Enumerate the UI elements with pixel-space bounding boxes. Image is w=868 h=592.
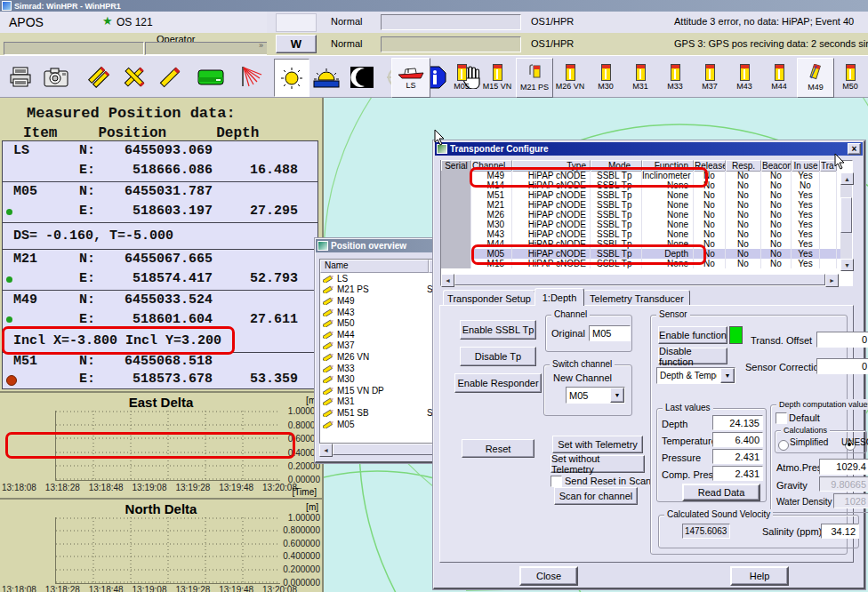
sensor-correction-field[interactable]: 0 <box>816 358 868 374</box>
overview-item-label: M50 <box>337 318 354 328</box>
dialog-titlebar[interactable]: Transponder Configure × <box>435 142 863 156</box>
watch-indicator-button[interactable]: W <box>276 35 317 53</box>
edit-multi-button[interactable] <box>82 59 116 95</box>
pencil-icon <box>323 387 334 395</box>
y-tick: 0.20000 <box>277 461 320 471</box>
storage-button[interactable] <box>194 59 228 95</box>
tp-button-ls[interactable]: LS <box>391 58 430 98</box>
operator-field-right[interactable]: » <box>145 42 268 55</box>
alarm-indicator-box[interactable] <box>276 13 317 32</box>
measured-row-m49[interactable]: M49N:6455033.524 E:518601.60427.611 <box>3 291 317 330</box>
day-mode-button[interactable] <box>274 59 309 97</box>
tp-button-m37[interactable]: M37 <box>693 58 727 96</box>
scroll-left-icon[interactable]: ◄ <box>319 444 333 457</box>
scroll-thumb[interactable] <box>840 197 852 233</box>
tp-button-m30[interactable]: M30 <box>589 58 623 96</box>
tab-depth[interactable]: 1:Depth <box>534 288 584 306</box>
tp-button-m50[interactable]: M50 <box>834 58 866 96</box>
close-x-button[interactable]: × <box>848 143 861 155</box>
table-h-scrollbar[interactable]: ◄ ► <box>441 274 839 285</box>
axis-label: N: <box>79 141 106 161</box>
atmo-press-field[interactable]: 1029.4 <box>819 459 868 475</box>
beams-button[interactable] <box>233 59 267 95</box>
scroll-up-icon[interactable]: ▲ <box>840 172 854 185</box>
tp-button-m44[interactable]: M44 <box>762 58 796 96</box>
measured-row-m51[interactable]: M51N:6455068.518 E:518573.67853.359 <box>3 353 317 388</box>
tp-button-m33[interactable]: M33 <box>658 58 692 96</box>
chevron-down-icon[interactable]: » <box>259 41 263 50</box>
enable-ssbl-button[interactable]: Enable SSBL Tp <box>460 320 536 340</box>
enable-function-button[interactable]: Enable function <box>658 326 727 344</box>
table-row[interactable]: M49HiPAP cNODESSBL TpInclinometerNoNoNoY… <box>441 171 852 180</box>
x-tick: 13:18:28 <box>45 483 80 492</box>
table-row[interactable]: M30HiPAP cNODESSBL TpNoneNoNoNoYes <box>441 220 852 229</box>
tab-telemetry-transducer[interactable]: Telemetry Transducer <box>583 290 690 306</box>
read-data-button[interactable]: Read Data <box>682 484 760 501</box>
scan-for-channel-button[interactable]: Scan for channel <box>554 487 638 505</box>
disable-function-button[interactable]: Disable function <box>658 348 727 364</box>
default-checkbox[interactable] <box>776 412 787 424</box>
simplified-radio[interactable] <box>778 440 789 451</box>
table-row-selected[interactable]: M05HiPAP cNODESSBL TpDepthNoNoNoYes <box>441 249 852 259</box>
disable-tp-button[interactable]: Disable Tp <box>460 347 536 366</box>
original-channel-field[interactable]: M05 <box>589 325 631 341</box>
pressure-field[interactable]: 2.431 <box>712 449 763 464</box>
table-row[interactable]: M14HiPAP cNODESSBL TpNoneNoNoNoNo <box>441 180 852 190</box>
table-row[interactable]: M26HiPAP cNODESSBL TpNoneNoNoNoYes <box>441 210 852 220</box>
scroll-down-icon[interactable]: ▼ <box>840 259 854 271</box>
salinity-field[interactable]: 34.12 <box>821 524 859 539</box>
night-mode-button[interactable] <box>345 59 379 95</box>
button-label: Help <box>750 571 770 581</box>
tp-button-m49[interactable]: M49 <box>797 58 834 98</box>
depth-field[interactable]: 24.135 <box>712 415 763 430</box>
tp-button-m31[interactable]: M31 <box>623 58 657 96</box>
window-titlebar[interactable]: Simrad: WinHPR - WinHPR1 <box>0 0 868 12</box>
table-row[interactable]: M21HiPAP cNODESSBL TpNoneNoNoNoYes <box>441 200 852 210</box>
edit-cross-button[interactable] <box>117 59 151 95</box>
group-caption: Calculated Sound Velocity <box>664 509 773 520</box>
send-reset-checkbox[interactable] <box>551 476 562 487</box>
y-tick: 0.200000 <box>277 564 320 574</box>
measured-row-m21[interactable]: M21N:6455067.665 E:518574.41752.793 <box>3 250 317 291</box>
table-v-scrollbar[interactable]: ▲ ▼ <box>840 172 852 271</box>
combo-dropdown-icon[interactable]: ▼ <box>720 368 735 383</box>
transd-offset-field[interactable]: 0 <box>816 332 868 348</box>
measured-row-ls[interactable]: LSN:6455093.069 E:518666.08616.488 <box>3 141 317 182</box>
tp-button-m21ps[interactable]: M21 PS <box>516 58 553 98</box>
combo-dropdown-icon[interactable]: ▼ <box>610 388 624 403</box>
comp-press-field[interactable]: 2.431 <box>712 466 763 481</box>
column-header-name[interactable]: Name <box>320 260 429 273</box>
operator-field-left[interactable] <box>4 42 144 55</box>
dusk-mode-button[interactable] <box>309 59 343 95</box>
overview-item-label: M43 <box>337 308 354 317</box>
scroll-right-icon[interactable]: ► <box>825 274 839 287</box>
reset-button[interactable]: Reset <box>462 439 534 458</box>
close-button[interactable]: Close <box>519 566 578 586</box>
measured-row-m05[interactable]: M05N:6455031.787 E:518603.19727.295 <box>3 182 317 223</box>
print-button[interactable] <box>4 59 37 95</box>
enable-responder-button[interactable]: Enable Responder <box>454 373 542 393</box>
table-row[interactable]: M51HiPAP cNODESSBL TpNoneNoNoNoYes <box>441 190 852 200</box>
scroll-thumb[interactable] <box>454 274 825 285</box>
table-row[interactable]: M43HiPAP cNODESSBL TpNoneNoNoNoYes <box>441 229 852 239</box>
tp-button-m15vn[interactable]: M15 VN <box>479 58 515 96</box>
temperature-field[interactable]: 6.400 <box>712 432 763 447</box>
table-row[interactable]: M15HiPAP cNODESSBL TpNoneNoNoNoYes <box>441 259 852 268</box>
new-channel-combo[interactable]: M05 ▼ <box>566 387 625 404</box>
y-tick: 0.40000 <box>277 448 320 458</box>
tp-button-m43[interactable]: M43 <box>727 58 761 96</box>
set-with-telemetry-button[interactable]: Set with Telemetry <box>552 436 643 453</box>
green-status-dot-icon <box>6 209 12 215</box>
edit-single-button[interactable] <box>153 59 187 95</box>
tp-button-m05[interactable]: M05 <box>445 58 478 96</box>
snapshot-button[interactable] <box>39 59 73 95</box>
tp-button-m26vn[interactable]: M26 VN <box>552 58 588 96</box>
scroll-left-icon[interactable]: ◄ <box>441 274 454 287</box>
tab-transponder-setup[interactable]: Transponder Setup <box>443 290 535 306</box>
help-button[interactable]: Help <box>730 566 789 586</box>
set-without-telemetry-button[interactable]: Set without Telemetry <box>551 455 645 473</box>
x-tick: 13:19:08 <box>133 585 167 592</box>
status-star-icon: ★ <box>102 14 113 28</box>
sensor-function-combo[interactable]: Depth & Tempera ▼ <box>656 367 735 384</box>
table-row[interactable]: M44HiPAP cNODESSBL TpNoneNoNoNoYes <box>441 239 852 249</box>
